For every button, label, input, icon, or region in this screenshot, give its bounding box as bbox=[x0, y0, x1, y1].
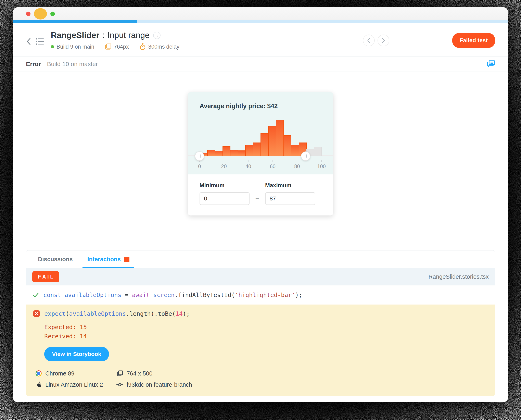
price-histogram bbox=[199, 120, 322, 156]
maximum-label: Maximum bbox=[265, 182, 315, 189]
zoom-window-button[interactable] bbox=[50, 12, 55, 16]
received-line: Received: 14 bbox=[44, 333, 87, 340]
axis-tick bbox=[272, 160, 273, 162]
axis-tick-label: 0 bbox=[198, 164, 201, 169]
story-preview-area: Average nightly price: $42 020406080100 … bbox=[13, 72, 508, 236]
build-progress-bar bbox=[13, 20, 508, 23]
window-titlebar bbox=[13, 7, 508, 20]
sidebar-list-icon[interactable] bbox=[36, 38, 44, 45]
range-dash: – bbox=[249, 195, 265, 205]
minimum-field: Minimum bbox=[199, 182, 249, 205]
histogram-bar-highlighted bbox=[268, 126, 276, 156]
maximum-input[interactable] bbox=[265, 192, 315, 205]
histogram-bars bbox=[199, 120, 322, 156]
histogram-bar-highlighted bbox=[276, 120, 284, 156]
chrome-icon bbox=[35, 370, 42, 376]
os-info: Linux Amazon Linux 2 bbox=[35, 381, 117, 388]
commit-icon bbox=[117, 382, 123, 387]
commit-info: f93kdc on feature-branch bbox=[117, 381, 488, 388]
slider-handle-min[interactable] bbox=[195, 151, 204, 161]
tab-interactions[interactable]: Interactions bbox=[82, 250, 134, 268]
minimize-window-button[interactable] bbox=[34, 8, 47, 20]
environment-info: Chrome 89 764 x 500 Linux Amazon Linux 2 bbox=[35, 370, 488, 388]
histogram-bar-highlighted bbox=[253, 142, 261, 156]
open-story-arrow-icon[interactable]: → bbox=[153, 32, 161, 39]
failed-step-code: expect(availableOptions.length).toBe(14)… bbox=[44, 310, 190, 317]
histogram-bar-highlighted bbox=[238, 150, 246, 156]
failed-test-button[interactable]: Failed test bbox=[452, 33, 495, 48]
histogram-bar-highlighted bbox=[291, 145, 299, 156]
minimum-input[interactable] bbox=[199, 192, 249, 205]
app-window: RangeSlider : Input range → Build 9 on m… bbox=[13, 7, 508, 402]
passed-step-row: const availableOptions = await screen.fi… bbox=[26, 285, 495, 305]
story-title: RangeSlider : Input range → bbox=[51, 30, 190, 40]
view-in-storybook-button[interactable]: View in Storybook bbox=[44, 347, 109, 361]
error-x-icon bbox=[33, 310, 40, 317]
expected-line: Expected: 15 bbox=[44, 324, 87, 330]
panel-tabs: Discussions Interactions bbox=[26, 250, 495, 268]
interactions-fail-badge-icon bbox=[124, 257, 129, 262]
histogram-bar-highlighted bbox=[215, 151, 223, 156]
slider-handle-max[interactable] bbox=[301, 151, 310, 161]
axis-tick-label: 100 bbox=[317, 164, 326, 169]
axis-tick bbox=[224, 160, 224, 162]
browser-info: Chrome 89 bbox=[35, 370, 117, 377]
story-header: RangeSlider : Input range → Build 9 on m… bbox=[13, 23, 508, 56]
histogram-bar-highlighted bbox=[230, 150, 238, 156]
histogram-bar-highlighted bbox=[207, 150, 215, 156]
build-status-dot bbox=[51, 45, 54, 48]
snapshot-status-bar: Error Build 10 on master bbox=[13, 56, 508, 72]
passed-step-code: const availableOptions = await screen.fi… bbox=[43, 292, 302, 299]
failed-step-row: expect(availableOptions.length).toBe(14)… bbox=[33, 310, 488, 317]
previous-story-button[interactable] bbox=[363, 35, 375, 46]
histogram-bar-highlighted bbox=[261, 133, 269, 156]
axis-tick-label: 20 bbox=[221, 164, 227, 169]
histogram-bar-highlighted bbox=[283, 135, 292, 156]
fail-status-badge: FAIL bbox=[32, 271, 59, 282]
axis-tick-label: 80 bbox=[294, 164, 300, 169]
histogram-bar-highlighted bbox=[222, 146, 231, 156]
build-progress-fill bbox=[13, 20, 137, 23]
axis-tick bbox=[248, 160, 249, 162]
tab-discussions[interactable]: Discussions bbox=[33, 250, 78, 268]
story-meta: Build 9 on main 764px 300ms delay bbox=[51, 43, 190, 50]
component-name: RangeSlider bbox=[51, 30, 99, 40]
interactions-panel: Discussions Interactions FAIL RangeSlide… bbox=[26, 250, 495, 396]
minimum-label: Minimum bbox=[199, 182, 249, 189]
axis-tick bbox=[297, 160, 297, 162]
back-button[interactable] bbox=[26, 37, 31, 46]
axis-tick-label: 60 bbox=[270, 164, 276, 169]
story-navigation bbox=[363, 35, 389, 46]
next-story-button[interactable] bbox=[378, 35, 389, 46]
check-icon bbox=[33, 292, 39, 298]
build-status: Build 9 on main bbox=[51, 44, 94, 50]
histogram-bar-muted bbox=[314, 147, 322, 156]
viewport-icon bbox=[117, 370, 123, 376]
range-slider-card: Average nightly price: $42 020406080100 … bbox=[188, 92, 333, 216]
close-window-button[interactable] bbox=[26, 12, 30, 16]
range-inputs-section: Minimum – Maximum bbox=[188, 174, 333, 216]
test-result-bar: FAIL RangeSlider.stories.tsx bbox=[26, 268, 495, 285]
story-file-name: RangeSlider.stories.tsx bbox=[428, 273, 489, 280]
histogram-section: Average nightly price: $42 020406080100 bbox=[188, 92, 333, 174]
histogram-bar-highlighted bbox=[245, 145, 253, 156]
story-name: Input range bbox=[108, 30, 150, 40]
maximum-field: Maximum bbox=[265, 182, 315, 205]
stopwatch-icon bbox=[139, 43, 146, 50]
axis-tick bbox=[321, 160, 322, 162]
error-build: Build 10 on master bbox=[47, 60, 98, 68]
viewport-size: 764px bbox=[105, 44, 129, 50]
assertion-diff: Expected: 15 Received: 14 bbox=[44, 323, 488, 341]
size-info: 764 x 500 bbox=[117, 370, 488, 377]
card-title: Average nightly price: $42 bbox=[199, 102, 322, 110]
comments-icon[interactable] bbox=[486, 60, 495, 68]
error-label: Error bbox=[26, 60, 41, 68]
delay-info: 300ms delay bbox=[139, 43, 179, 50]
apple-icon bbox=[35, 381, 42, 388]
axis-tick-label: 40 bbox=[245, 164, 251, 169]
viewport-icon bbox=[105, 44, 111, 50]
failed-step-section: expect(availableOptions.length).toBe(14)… bbox=[26, 305, 495, 396]
